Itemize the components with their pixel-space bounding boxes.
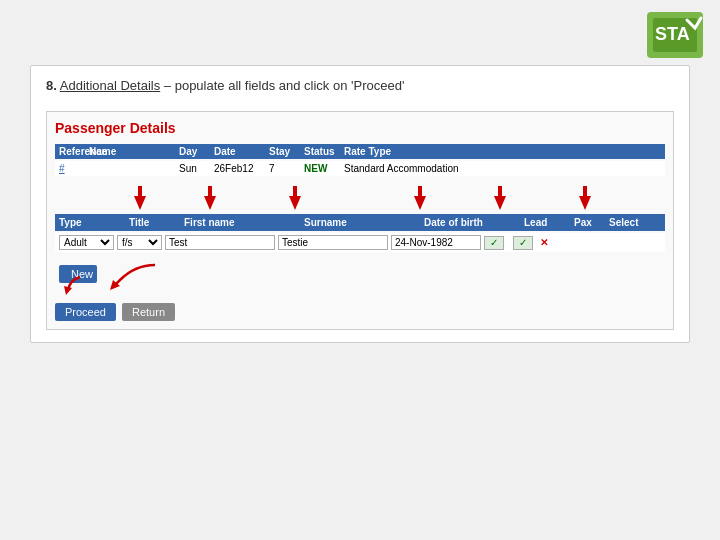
lead-check-mark: ✓: [490, 237, 498, 248]
fh-pax: Pax: [574, 217, 609, 228]
firstname-input[interactable]: [165, 235, 275, 250]
svg-text:STA: STA: [655, 24, 690, 44]
arrows-svg: [55, 182, 665, 212]
svg-marker-16: [64, 286, 72, 295]
step-number: 8.: [46, 78, 57, 93]
type-select[interactable]: Adult Child Infant: [59, 235, 114, 250]
svg-rect-8: [293, 186, 297, 197]
bottom-buttons: Proceed Return: [55, 303, 665, 321]
cell-reference[interactable]: #: [59, 163, 89, 174]
surname-input[interactable]: [278, 235, 388, 250]
close-button[interactable]: ✕: [540, 237, 548, 248]
cell-date: 26Feb12: [214, 163, 269, 174]
logo: STA: [645, 10, 705, 60]
col-date: Date: [214, 146, 269, 157]
svg-rect-6: [208, 186, 212, 197]
svg-marker-3: [134, 196, 146, 210]
step-title: 8. Additional Details – populate all fie…: [46, 78, 674, 93]
pax-check-mark: ✓: [519, 237, 527, 248]
title-select[interactable]: f/s Mr Mrs Ms Miss Dr: [117, 235, 162, 250]
return-button[interactable]: Return: [122, 303, 175, 321]
col-stay: Stay: [269, 146, 304, 157]
proceed-arrow-svg: [60, 275, 95, 305]
passenger-row: Adult Child Infant f/s Mr Mrs Ms Miss Dr…: [55, 233, 665, 252]
svg-marker-13: [579, 196, 591, 210]
cell-stay: 7: [269, 163, 304, 174]
svg-rect-12: [498, 186, 502, 197]
cell-day: Sun: [179, 163, 214, 174]
fh-surname: Surname: [304, 217, 424, 228]
section-title: Passenger Details: [55, 120, 665, 136]
main-card: 8. Additional Details – populate all fie…: [30, 65, 690, 343]
cell-status: NEW: [304, 163, 344, 174]
svg-rect-4: [138, 186, 142, 197]
fh-lead: Lead: [524, 217, 574, 228]
fh-select: Select: [609, 217, 644, 228]
table-row: # Sun 26Feb12 7 NEW Standard Accommodati…: [55, 161, 665, 176]
col-name: Name: [89, 146, 179, 157]
svg-marker-9: [414, 196, 426, 210]
pax-checkbox[interactable]: ✓: [513, 236, 533, 250]
step-title-text: Additional Details: [60, 78, 160, 93]
svg-rect-10: [418, 186, 422, 197]
col-day: Day: [179, 146, 214, 157]
col-status: Status: [304, 146, 344, 157]
fields-section: Type Title First name Surname Date of bi…: [55, 182, 665, 252]
col-ratetype: Rate Type: [344, 146, 661, 157]
fh-type: Type: [59, 217, 129, 228]
lead-checkbox[interactable]: ✓: [484, 236, 504, 250]
svg-rect-14: [583, 186, 587, 197]
fields-header: Type Title First name Surname Date of bi…: [55, 214, 665, 231]
col-reference: Reference: [59, 146, 89, 157]
svg-marker-7: [289, 196, 301, 210]
table-header: Reference Name Day Date Stay Status Rate…: [55, 144, 665, 159]
proceed-button[interactable]: Proceed: [55, 303, 116, 321]
cell-ratetype: Standard Accommodation: [344, 163, 661, 174]
cell-name: [89, 163, 179, 174]
fh-firstname: First name: [184, 217, 304, 228]
svg-marker-5: [204, 196, 216, 210]
fh-dob: Date of birth: [424, 217, 524, 228]
step-description: – populate all fields and click on 'Proc…: [164, 78, 402, 93]
buttons-area: New Proceed Return: [55, 260, 665, 321]
svg-marker-11: [494, 196, 506, 210]
form-area: Passenger Details Reference Name Day Dat…: [46, 111, 674, 330]
fh-title: Title: [129, 217, 184, 228]
dob-input[interactable]: [391, 235, 481, 250]
